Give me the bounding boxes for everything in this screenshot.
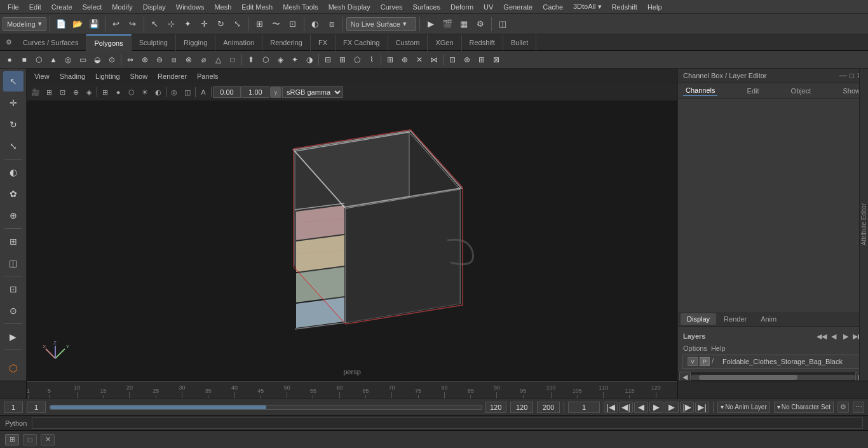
- menu-edit-mesh[interactable]: Edit Mesh: [236, 2, 278, 12]
- plane-icon-btn[interactable]: ▭: [76, 53, 90, 67]
- cone-icon-btn[interactable]: ▲: [46, 53, 60, 67]
- cylinder-icon-btn[interactable]: ⬡: [32, 53, 46, 67]
- snap-obj-left[interactable]: ⊙: [3, 301, 24, 321]
- snap-curve-btn[interactable]: 〜: [269, 17, 284, 32]
- h-scrollbar[interactable]: ◀ ▶: [678, 373, 868, 381]
- vp-menu-shading[interactable]: Shading: [56, 71, 89, 81]
- play-btn[interactable]: ▶: [649, 402, 663, 413]
- tab-polygons[interactable]: Polygons: [86, 34, 131, 51]
- vp-gamma-field[interactable]: 1.00: [241, 86, 269, 98]
- vp-smooth-shade-btn[interactable]: ●: [112, 86, 125, 98]
- crease-btn[interactable]: ⌇: [365, 53, 379, 67]
- viewport[interactable]: View Shading Lighting Show Renderer Pane…: [27, 69, 677, 381]
- menu-3dtoall[interactable]: 3DtoAll ▾: [568, 1, 607, 12]
- tab-redshift[interactable]: Redshift: [462, 34, 503, 51]
- extrude-icon-btn[interactable]: ⬆: [244, 53, 258, 67]
- snap-grid-left[interactable]: ⊡: [3, 279, 24, 299]
- snap-point-btn[interactable]: ⊡: [285, 17, 301, 32]
- tab-xgen[interactable]: XGen: [428, 34, 461, 51]
- next-frame-btn[interactable]: ▶: [665, 402, 679, 413]
- anim-tab[interactable]: Anim: [754, 313, 783, 325]
- menu-generate[interactable]: Generate: [498, 2, 538, 12]
- render-left[interactable]: ▶: [3, 327, 24, 347]
- ipr-btn[interactable]: 🎬: [440, 17, 455, 32]
- anim-settings-btn[interactable]: ⚙: [837, 402, 849, 413]
- live-surface-dropdown[interactable]: No Live Surface ▾: [346, 17, 416, 31]
- paint-skin-left[interactable]: ✿: [3, 184, 24, 204]
- anim-extra-btn[interactable]: ⋯: [853, 402, 864, 413]
- window-close-btn[interactable]: ✕: [41, 434, 55, 445]
- vp-isolate-btn[interactable]: ◎: [168, 86, 180, 98]
- vp-exposure-field[interactable]: 0.00: [213, 86, 241, 98]
- render-settings-btn[interactable]: ⚙: [473, 17, 488, 32]
- menu-select[interactable]: Select: [78, 2, 107, 12]
- menu-mesh-tools[interactable]: Mesh Tools: [278, 2, 323, 12]
- vp-gamma-select[interactable]: sRGB gamma: [282, 86, 343, 98]
- tab-curves-surfaces[interactable]: Curves / Surfaces: [15, 34, 86, 51]
- sculpt-left[interactable]: ⊕: [3, 205, 24, 226]
- display-tab[interactable]: Display: [681, 313, 716, 325]
- bevel-btn[interactable]: ⬠: [350, 53, 364, 67]
- loop-cut-btn[interactable]: ⊟: [321, 53, 335, 67]
- tab-rendering[interactable]: Rendering: [262, 34, 311, 51]
- triangulate-icon-btn[interactable]: △: [211, 53, 225, 67]
- paint-tool-btn[interactable]: ✦: [180, 17, 196, 32]
- mirror-icon-btn[interactable]: ⇔: [123, 53, 137, 67]
- menu-curves[interactable]: Curves: [376, 2, 408, 12]
- cylindrical-map-btn[interactable]: ⊠: [489, 53, 503, 67]
- append-poly-btn[interactable]: ⊞: [383, 53, 397, 67]
- vp-cam-btn[interactable]: 🎥: [29, 86, 42, 98]
- menu-mesh-display[interactable]: Mesh Display: [323, 2, 376, 12]
- quadrangulate-icon-btn[interactable]: □: [226, 53, 240, 67]
- offset-edge-btn[interactable]: ⊞: [336, 53, 349, 67]
- jump-start-btn[interactable]: |◀: [604, 402, 618, 413]
- wedge-icon-btn[interactable]: ◑: [302, 53, 316, 67]
- menu-redshift[interactable]: Redshift: [607, 2, 642, 12]
- channels-tab[interactable]: Channels: [683, 85, 717, 96]
- planar-map-btn[interactable]: ⊞: [475, 53, 489, 67]
- start-frame-field[interactable]: [4, 402, 23, 413]
- hide-left[interactable]: ◫: [3, 253, 24, 273]
- tab-rigging[interactable]: Rigging: [176, 34, 215, 51]
- vp-film-btn[interactable]: ⊞: [43, 86, 55, 98]
- h-scrollbar-thumb[interactable]: [699, 375, 797, 380]
- torus-icon-btn[interactable]: ◎: [61, 53, 75, 67]
- bridge-icon-btn[interactable]: ⬡: [259, 53, 273, 67]
- tab-sculpting[interactable]: Sculpting: [132, 34, 176, 51]
- menu-surfaces[interactable]: Surfaces: [408, 2, 445, 12]
- character-set-dropdown[interactable]: ▾ No Character Set: [774, 402, 834, 413]
- menu-create[interactable]: Create: [46, 2, 78, 12]
- render-btn[interactable]: ▶: [423, 17, 438, 32]
- show-manip-left[interactable]: ⊞: [3, 231, 24, 252]
- prev-frame-btn[interactable]: ◀: [634, 402, 648, 413]
- current-frame-field[interactable]: [27, 402, 46, 413]
- layer-item[interactable]: V P / Foldable_Clothes_Storage_Bag_Black: [682, 355, 864, 369]
- transform-tool-left[interactable]: ✛: [3, 93, 24, 113]
- select-tool-left[interactable]: ↖: [3, 71, 24, 92]
- total-end-field[interactable]: [537, 402, 560, 413]
- tab-fx-caching[interactable]: FX Caching: [336, 34, 388, 51]
- rotate-tool-btn[interactable]: ↻: [214, 17, 229, 32]
- vp-menu-show[interactable]: Show: [126, 71, 152, 81]
- menu-deform[interactable]: Deform: [445, 2, 478, 12]
- scale-tool-left[interactable]: ⤡: [3, 136, 24, 156]
- rotate-tool-left[interactable]: ↻: [3, 114, 24, 135]
- menu-edit[interactable]: Edit: [24, 2, 46, 12]
- vp-textured-btn[interactable]: ⬡: [125, 86, 138, 98]
- vp-shadow-btn[interactable]: ◐: [152, 86, 165, 98]
- vp-menu-panels[interactable]: Panels: [193, 71, 222, 81]
- menu-display[interactable]: Display: [138, 2, 171, 12]
- move-tool-btn[interactable]: ✛: [197, 17, 212, 32]
- anim-end-field[interactable]: [510, 402, 533, 413]
- snap-grid-btn[interactable]: ⊞: [252, 17, 268, 32]
- soft-select-btn[interactable]: ◐: [308, 17, 323, 32]
- timeline-ruler[interactable]: 1510152025303540455055606570758085909510…: [27, 381, 677, 398]
- workspace-dropdown[interactable]: Modeling ▾: [3, 17, 46, 31]
- merge-btn[interactable]: ⋈: [427, 53, 441, 67]
- new-scene-btn[interactable]: 📄: [53, 17, 69, 32]
- menu-cache[interactable]: Cache: [538, 2, 568, 12]
- menu-modify[interactable]: Modify: [107, 2, 137, 12]
- layer-type-toggle[interactable]: P: [700, 357, 710, 366]
- menu-help[interactable]: Help: [642, 2, 667, 12]
- soft-select-left[interactable]: ◐: [3, 162, 24, 182]
